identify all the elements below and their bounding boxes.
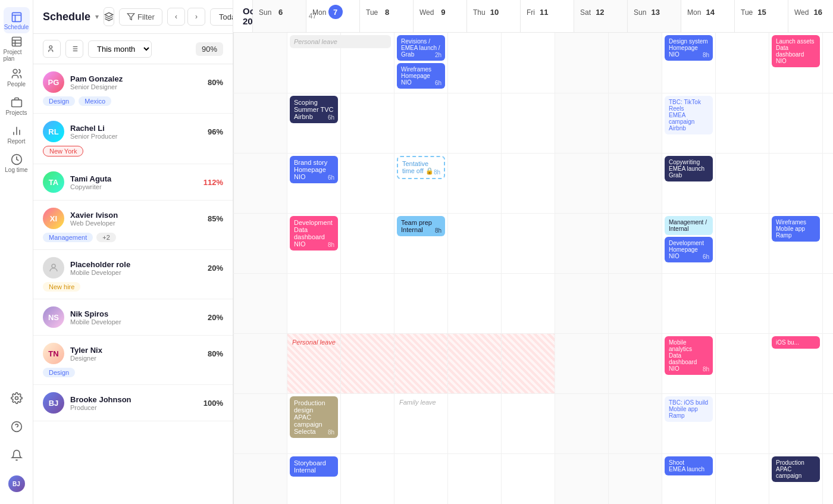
nik-mobile-analytics[interactable]: Mobile analyticsData dashboardNIO 8h [665,336,713,375]
nik-fri11[interactable] [502,334,555,393]
pam-wireframes[interactable]: WireframesHomepageNIO 6h [397,63,445,89]
tag-design-tyler[interactable]: Design [43,368,75,377]
tami-sat12[interactable] [555,154,609,213]
pam-mon7[interactable]: Personal leave [287,33,341,93]
nav-project-plan[interactable]: Project plan [4,36,30,62]
xavier-sun13[interactable] [609,214,662,273]
tag-management-xavier[interactable]: Management [43,233,93,242]
xavier-mon14[interactable]: Management / Internal DevelopmentHomepag… [662,214,716,273]
xavier-mon7[interactable]: DevelopmentData dashboardNIO 8h [287,214,341,273]
pam-tue8[interactable] [341,33,394,93]
sort-button[interactable] [65,40,83,58]
rachel-sun13[interactable] [609,93,662,153]
tami-mon7[interactable]: Brand storyHomepageNIO 6h [287,154,341,213]
rachel-tue8[interactable] [341,93,394,153]
rachel-tiktok[interactable]: TBC: TikTok ReelsEMEA campaignAirbnb [665,96,713,134]
xavier-tue15[interactable] [716,214,769,273]
nav-user[interactable]: BJ [4,471,30,497]
brooke-tue15[interactable] [716,454,769,504]
tyler-fri11[interactable] [502,394,555,453]
ph-sun13[interactable] [609,274,662,333]
xavier-management[interactable]: Management / Internal [665,216,713,235]
brooke-tue8[interactable] [341,454,394,504]
nik-tue8[interactable] [341,334,394,393]
nav-help[interactable] [4,414,30,440]
tyler-wed16[interactable] [769,394,823,453]
nik-sun13[interactable] [609,334,662,393]
nik-tue15[interactable] [716,334,769,393]
tyler-tue15[interactable] [716,394,769,453]
pam-sat12[interactable] [555,33,609,93]
tyler-sun13[interactable] [609,394,662,453]
layers-button[interactable] [104,7,114,26]
ph-sun6[interactable] [234,274,287,333]
tami-copywriting[interactable]: CopywritingEMEA launchGrab [665,156,713,181]
xavier-development[interactable]: DevelopmentData dashboardNIO 8h [290,216,338,251]
ph-wed16[interactable] [769,274,823,333]
tami-fri11[interactable] [502,154,555,213]
tami-mon14[interactable]: CopywritingEMEA launchGrab [662,154,716,213]
pam-sun13[interactable] [609,33,662,93]
ph-thu10[interactable] [448,274,502,333]
brooke-wed16[interactable]: ProductionAPAC campaign [769,454,823,504]
nik-mon7[interactable]: Personal leave [287,334,341,393]
nik-personal-leave[interactable]: Personal leave [290,336,338,348]
nav-log-time[interactable]: Log time [4,150,30,176]
pam-design-system[interactable]: Design systemHomepageNIO 8h [665,35,713,61]
xavier-thu17[interactable] [823,214,833,273]
pam-wed16[interactable]: Launch assetsData dashboardNIO [769,33,823,93]
nik-thu17[interactable] [823,334,833,393]
rachel-thu10[interactable] [448,93,502,153]
rachel-sun6[interactable] [234,93,287,153]
ph-thu17[interactable] [823,274,833,333]
tyler-tbc-ios[interactable]: TBC: iOS buildMobile appRamp [665,396,713,422]
xavier-fri11[interactable] [502,214,555,273]
ph-sat12[interactable] [555,274,609,333]
pam-tue15[interactable] [716,33,769,93]
nik-thu10[interactable] [448,334,502,393]
nav-people[interactable]: People [4,64,30,90]
tag-newhire-placeholder[interactable]: New hire [43,282,80,292]
pam-wed9[interactable]: Revisions / EMEA launch / Grab 2h Wirefr… [394,33,448,93]
tag-mexico-pam[interactable]: Mexico [79,96,111,106]
rachel-wed16[interactable] [769,93,823,153]
xavier-team-prep[interactable]: Team prepInternal 8h [397,216,445,236]
rachel-scoping[interactable]: ScopingSummer TVCAirbnb 6h [290,96,338,123]
tami-wed9[interactable]: Tentative time off 🔒 8h [394,154,448,213]
brooke-production[interactable]: ProductionAPAC campaign [772,456,820,482]
ph-tue15[interactable] [716,274,769,333]
xavier-sat12[interactable] [555,214,609,273]
tag-design-pam[interactable]: Design [43,96,75,106]
brooke-sat12[interactable] [555,454,609,504]
rachel-mon14[interactable]: TBC: TikTok ReelsEMEA campaignAirbnb [662,93,716,153]
tyler-mon7[interactable]: Production designAPAC campaignSelecta 8h [287,394,341,453]
tami-sun13[interactable] [609,154,662,213]
filter-button[interactable]: Filter [119,8,162,26]
brooke-thu17[interactable] [823,454,833,504]
nav-notifications[interactable] [4,442,30,468]
pam-revisions[interactable]: Revisions / EMEA launch / Grab 2h [397,35,445,61]
nik-wed9[interactable] [394,334,448,393]
xavier-development2[interactable]: DevelopmentHomepageNIO 6h [665,237,713,262]
people-icon-button[interactable] [43,40,61,58]
nik-ios-build[interactable]: iOS bu... [772,336,820,349]
tyler-mon14[interactable]: TBC: iOS buildMobile appRamp [662,394,716,453]
pam-launch-assets[interactable]: Launch assetsData dashboardNIO [772,35,820,67]
tami-tue8[interactable] [341,154,394,213]
brooke-mon7[interactable]: StoryboardInternal [287,454,341,504]
xavier-thu10[interactable] [448,214,502,273]
nav-settings[interactable] [4,385,30,411]
ph-tue8[interactable] [341,274,394,333]
tami-sun6[interactable] [234,154,287,213]
tyler-wed9[interactable]: Family leave [394,394,448,453]
xavier-tue8[interactable] [341,214,394,273]
brooke-sun13[interactable] [609,454,662,504]
tyler-sun6[interactable] [234,394,287,453]
brooke-wed9[interactable] [394,454,448,504]
pam-mon14[interactable]: Design systemHomepageNIO 8h [662,33,716,93]
xavier-wireframes2[interactable]: WireframesMobile appRamp [772,216,820,242]
tami-brand-story[interactable]: Brand storyHomepageNIO 6h [290,156,338,183]
ph-wed9[interactable] [394,274,448,333]
tyler-thu17[interactable] [823,394,833,453]
tyler-thu10[interactable] [448,394,502,453]
